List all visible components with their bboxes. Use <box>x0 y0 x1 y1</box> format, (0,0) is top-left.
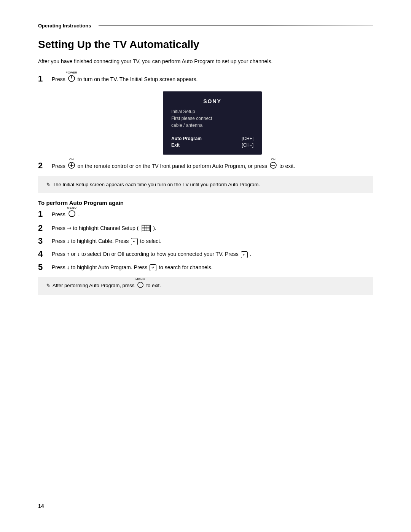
step-1-section: 1 Press POWER to turn on the TV. The Ini… <box>38 75 373 155</box>
tv-screen-wrapper: SONY Initial Setup First please connect … <box>52 91 373 155</box>
tv-line1: Initial Setup <box>171 109 253 114</box>
power-icon-svg <box>68 75 75 82</box>
ch-minus-icon-wrapper: CH <box>269 161 277 171</box>
step-2-press: Press <box>52 163 65 169</box>
sub-step-4-text: Press ↑ or ↓ to select On or Off accordi… <box>52 251 239 257</box>
note-2-text2: to exit. <box>146 283 161 288</box>
tv-menu: Auto Program Exit [CH+] [CH–] <box>171 136 253 148</box>
page-title: Setting Up the TV Automatically <box>38 38 373 51</box>
sub-step-3-text: Press ↓ to highlight Cable. Press <box>52 238 129 244</box>
sub-step-3-text2: to select. <box>140 238 161 244</box>
enter-button-icon: ↵ <box>131 238 138 245</box>
tv-divider <box>171 132 253 132</box>
ch-plus-icon-wrapper: CH <box>68 161 75 171</box>
header-divider <box>99 26 373 26</box>
note-2-menu-label: MENU <box>135 277 145 282</box>
page-header: Operating Instructions <box>38 23 373 32</box>
tv-line2: First please connect <box>171 116 253 121</box>
sub-step-1-number: 1 <box>38 209 52 219</box>
menu-icon-svg <box>68 210 76 217</box>
sub-step-5-row: 5 Press ↓ to highlight Auto Program. Pre… <box>38 263 373 272</box>
sub-step-5-text2: to search for channels. <box>159 264 213 270</box>
tv-ch-plus: [CH+] <box>242 136 253 141</box>
svg-point-13 <box>138 282 143 288</box>
tv-line3: cable / antenna <box>171 123 253 128</box>
svg-rect-8 <box>142 225 150 231</box>
enter-button-icon-2: ↵ <box>241 251 248 258</box>
sub-step-4-content: Press ↑ or ↓ to select On or Off accordi… <box>52 250 373 258</box>
tv-brand: SONY <box>171 98 253 104</box>
note-2-menu-icon: MENU <box>137 281 144 291</box>
sub-step-1-dot: . <box>78 211 80 217</box>
tv-menu-right: [CH+] [CH–] <box>242 136 253 148</box>
note-2-menu-svg <box>137 281 144 288</box>
sub-step-3-number: 3 <box>38 236 52 246</box>
menu-button-icon: MENU <box>68 210 76 220</box>
sub-step-2-content: Press ⇒ to highlight Channel Setup ( ). <box>52 224 373 232</box>
power-label: POWER <box>66 70 77 75</box>
sub-step-2-section: 2 Press ⇒ to highlight Channel Setup ( )… <box>38 224 373 233</box>
sub-step-1-content: Press MENU . <box>52 210 373 220</box>
sub-step-5-text: Press ↓ to highlight Auto Program. Press <box>52 264 147 270</box>
sub-step-4-section: 4 Press ↑ or ↓ to select On or Off accor… <box>38 250 373 259</box>
page-number: 14 <box>38 503 44 509</box>
step-2-number: 2 <box>38 161 52 171</box>
sub-step-1-press: Press <box>52 211 65 217</box>
ch-label: CH <box>69 157 74 162</box>
step-1-text-press: Press <box>52 76 65 82</box>
sub-step-4-row: 4 Press ↑ or ↓ to select On or Off accor… <box>38 250 373 259</box>
subsection-title: To perform Auto Program again <box>38 200 373 206</box>
tv-ch-minus: [CH–] <box>242 142 253 148</box>
tv-exit: Exit <box>171 142 202 148</box>
enter-button-icon-3: ↵ <box>150 264 156 271</box>
svg-point-7 <box>69 211 75 217</box>
step-1-number: 1 <box>38 74 52 84</box>
tv-menu-left: Auto Program Exit <box>171 136 202 148</box>
sub-step-3-section: 3 Press ↓ to highlight Cable. Press ↵ to… <box>38 237 373 246</box>
sub-step-2-row: 2 Press ⇒ to highlight Channel Setup ( )… <box>38 224 373 233</box>
note-1-box: ✎ The Initial Setup screen appears each … <box>38 176 373 193</box>
sub-step-2-text: Press ⇒ to highlight Channel Setup ( <box>52 225 139 231</box>
sub-step-2-text2: ). <box>153 225 156 231</box>
step-1-row: 1 Press POWER to turn on the TV. The Ini… <box>38 75 373 85</box>
step-2-text-end: to exit. <box>279 163 295 169</box>
sub-step-5-section: 5 Press ↓ to highlight Auto Program. Pre… <box>38 263 373 272</box>
tv-screen: SONY Initial Setup First please connect … <box>163 91 262 155</box>
note-2-icon: ✎ <box>46 283 50 288</box>
note-2-box: ✎ After performing Auto Program, press M… <box>38 277 373 295</box>
tv-auto-program: Auto Program <box>171 136 202 141</box>
intro-text: After you have finished connecting your … <box>38 58 373 66</box>
step-2-section: 2 Press CH on the remote control or on t… <box>38 161 373 171</box>
sub-step-3-row: 3 Press ↓ to highlight Cable. Press ↵ to… <box>38 237 373 246</box>
note-1-text: The Initial Setup screen appears each ti… <box>53 182 260 187</box>
page: Operating Instructions Setting Up the TV… <box>0 0 411 532</box>
menu-label: MENU <box>67 206 77 211</box>
step-2-text-middle: on the remote control or on the TV front… <box>78 163 268 169</box>
ch-minus-label: CH <box>271 157 276 162</box>
channel-setup-icon <box>141 225 151 232</box>
channel-setup-svg <box>142 225 150 231</box>
power-button-icon: POWER <box>68 75 75 85</box>
sub-step-3-content: Press ↓ to highlight Cable. Press ↵ to s… <box>52 237 373 245</box>
sub-step-4-number: 4 <box>38 249 52 259</box>
ch-minus-svg <box>269 161 277 169</box>
header-title: Operating Instructions <box>38 23 91 29</box>
note-1-icon: ✎ <box>46 182 50 187</box>
sub-step-5-content: Press ↓ to highlight Auto Program. Press… <box>52 263 373 272</box>
note-2-text: After performing Auto Program, press <box>53 283 134 288</box>
step-1-text-after: to turn on the TV. The Initial Setup scr… <box>78 76 198 82</box>
step-1-content: Press POWER to turn on the TV. The Initi… <box>52 75 373 85</box>
sub-step-2-number: 2 <box>38 223 52 233</box>
sub-step-5-number: 5 <box>38 262 52 272</box>
sub-step-1-section: 1 Press MENU . <box>38 210 373 220</box>
step-2-row: 2 Press CH on the remote control or on t… <box>38 161 373 171</box>
step-2-content: Press CH on the remote control or on the… <box>52 161 373 171</box>
ch-plus-svg <box>68 161 75 169</box>
sub-step-4-text2: . <box>250 251 252 257</box>
sub-step-1-row: 1 Press MENU . <box>38 210 373 220</box>
